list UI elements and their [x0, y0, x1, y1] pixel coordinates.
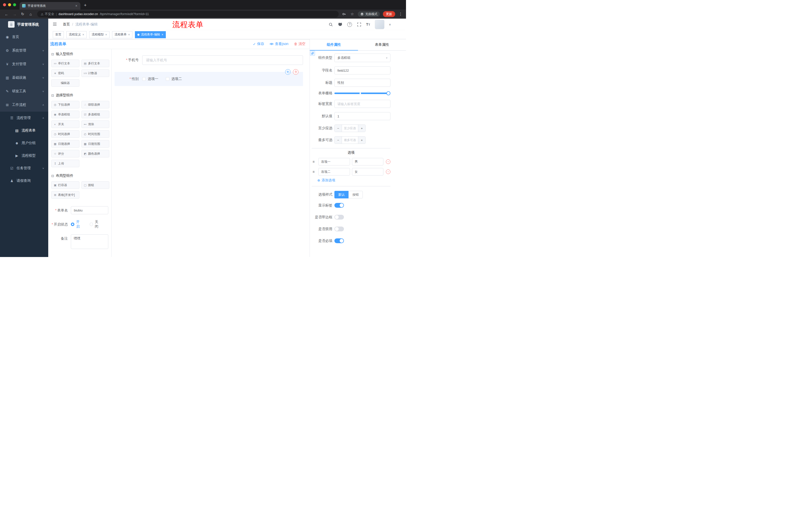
option-label-input[interactable] [318, 168, 350, 175]
back-icon[interactable]: ← [3, 10, 10, 18]
security-warning[interactable]: ⚠ 不安全 [41, 12, 54, 16]
option-value-input[interactable] [352, 168, 384, 175]
close-icon[interactable]: × [82, 33, 84, 36]
grid-slider[interactable] [335, 92, 388, 94]
form-name-input[interactable] [71, 206, 108, 214]
sidebar-item-system[interactable]: ⚙ 系统管理 ∨ [0, 44, 48, 57]
link-icon[interactable] [310, 51, 315, 56]
form-canvas[interactable]: 手机号 [112, 49, 310, 257]
palette-item[interactable]: ▤多行文本 [81, 60, 110, 67]
tag-process-form[interactable]: 流程表单 × [112, 31, 133, 38]
canvas-field-phone[interactable]: 手机号 [115, 55, 303, 65]
style-button-button[interactable]: 按钮 [348, 191, 363, 198]
component-type-select[interactable]: 多选框组 ▾ [335, 54, 390, 62]
max-stepper-value[interactable]: 最多可选 [342, 137, 358, 143]
minus-icon[interactable]: − [335, 125, 342, 132]
form-remark-textarea[interactable]: 嘿嘿 [71, 234, 108, 249]
sidebar-item-process-model[interactable]: ▶ 流程模型 [0, 150, 48, 162]
font-size-icon[interactable]: TT [366, 22, 370, 26]
minus-icon[interactable]: − [335, 137, 342, 143]
radio-off[interactable]: 关闭 [90, 220, 102, 229]
show-label-toggle[interactable] [335, 203, 344, 208]
save-button[interactable]: ✓ 保存 [253, 42, 264, 46]
sidebar-item-process-form[interactable]: ▤ 流程表单 [0, 124, 48, 137]
close-icon[interactable]: × [162, 33, 163, 36]
option-value-input[interactable] [352, 158, 384, 165]
palette-item[interactable]: 123计数器 [81, 70, 110, 77]
palette-item[interactable]: ◎下拉选择 [51, 101, 79, 108]
palette-item[interactable]: ◉单选框组 [51, 111, 79, 118]
palette-item[interactable]: ☆评分 [51, 150, 79, 157]
option-label-input[interactable] [318, 158, 350, 165]
remove-option-icon[interactable]: − [386, 159, 390, 164]
sidebar-item-workflow[interactable]: ⊞ 工作流程 ∧ [0, 98, 48, 112]
slider-handle[interactable] [386, 91, 390, 95]
view-json-button[interactable]: 查看json [269, 42, 288, 46]
copy-component-button[interactable] [285, 69, 291, 75]
palette-item[interactable]: ⊞表格[开发中] [51, 191, 79, 199]
palette-item[interactable]: ◩颜色选择 [81, 150, 110, 157]
tab-close-icon[interactable]: × [75, 4, 78, 8]
browser-menu-icon[interactable]: ⋮ [398, 12, 403, 16]
tag-process-definition[interactable]: 流程定义 × [66, 31, 87, 38]
home-icon[interactable]: ⌂ [27, 10, 34, 18]
palette-item[interactable]: ◴时间范围 [81, 130, 110, 138]
palette-item[interactable]: ▩日期范围 [81, 140, 110, 147]
clear-button[interactable]: 清空 [294, 42, 306, 46]
close-icon[interactable]: × [128, 33, 130, 36]
avatar-caret-icon[interactable]: ∨ [389, 23, 391, 26]
avatar[interactable] [375, 20, 384, 29]
palette-item[interactable]: ▢按钮 [81, 181, 110, 189]
sidebar-item-infrastructure[interactable]: ▥ 基础设施 ∨ [0, 71, 48, 84]
tag-process-model[interactable]: 流程模型 × [89, 31, 110, 38]
checkbox-option-2[interactable]: 选项二 [166, 77, 182, 81]
style-default-button[interactable]: 默认 [335, 191, 348, 198]
border-toggle[interactable] [335, 215, 344, 219]
browser-tab[interactable]: 芋道管理系统 × [20, 2, 80, 9]
palette-item[interactable]: ◐开关 [51, 120, 79, 128]
palette-item[interactable]: ∗密码 [51, 70, 79, 77]
tab-component-props[interactable]: 组件属性 [310, 39, 358, 50]
field-name-input[interactable] [335, 66, 390, 75]
min-stepper-value[interactable]: 至少应选 [342, 125, 358, 132]
palette-item[interactable]: ▣行容器 [51, 181, 79, 189]
palette-item[interactable]: 编辑器 [51, 79, 79, 87]
close-window-button[interactable] [3, 3, 6, 6]
sidebar-item-process-management[interactable]: ☰ 流程管理 ∧ [0, 112, 48, 124]
add-option-button[interactable]: ⊕ 添加选项 [317, 178, 390, 183]
phone-input[interactable] [142, 55, 303, 65]
drag-handle-icon[interactable]: ≡ [312, 170, 315, 174]
sidebar-item-payment[interactable]: ¥ 支付管理 ∨ [0, 57, 48, 71]
github-icon[interactable] [338, 22, 343, 27]
palette-item[interactable]: ↥上传 [51, 160, 79, 167]
drag-handle-icon[interactable]: ≡ [312, 160, 315, 164]
tag-home[interactable]: 首页 [53, 31, 64, 38]
palette-item[interactable]: ◷时间选择 [51, 130, 79, 138]
disabled-toggle[interactable] [335, 226, 344, 231]
sidebar-item-devtools[interactable]: ✎ 研发工具 ∨ [0, 84, 48, 98]
remove-option-icon[interactable]: − [386, 169, 390, 174]
plus-icon[interactable]: + [358, 125, 365, 132]
palette-item[interactable]: ▦日期选择 [51, 140, 79, 147]
close-icon[interactable]: × [105, 33, 107, 36]
breadcrumb-root[interactable]: 首页 [63, 22, 70, 27]
minimize-window-button[interactable] [8, 3, 11, 6]
palette-item[interactable]: ☑多选框组 [81, 111, 110, 118]
fullscreen-icon[interactable] [356, 22, 361, 27]
label-width-input[interactable] [335, 100, 390, 108]
palette-item[interactable]: ⊷滑块 [81, 120, 110, 128]
sidebar-item-home[interactable]: ◉ 首页 [0, 30, 48, 44]
sidebar-item-leave-query[interactable]: ♟ 请假查询 [0, 174, 48, 187]
palette-item[interactable]: ∴级联选择 [81, 101, 110, 108]
tag-process-form-edit[interactable]: 流程表单-编辑 × [135, 31, 166, 38]
reload-icon[interactable]: ↻ [19, 10, 26, 18]
help-icon[interactable]: ? [347, 22, 352, 27]
palette-item[interactable]: ▭单行文本 [51, 60, 79, 67]
tab-form-props[interactable]: 表单属性 [358, 39, 406, 50]
default-value-input[interactable] [335, 112, 390, 120]
canvas-field-gender-selected[interactable]: 性别 选项一 选项二 [115, 72, 303, 86]
plus-icon[interactable]: + [358, 137, 365, 143]
password-key-icon[interactable] [342, 11, 347, 17]
checkbox-option-1[interactable]: 选项一 [142, 77, 158, 81]
address-bar[interactable]: ⚠ 不安全 | dashboard.yudao.iocoder.cn/bpm/m… [37, 11, 339, 17]
